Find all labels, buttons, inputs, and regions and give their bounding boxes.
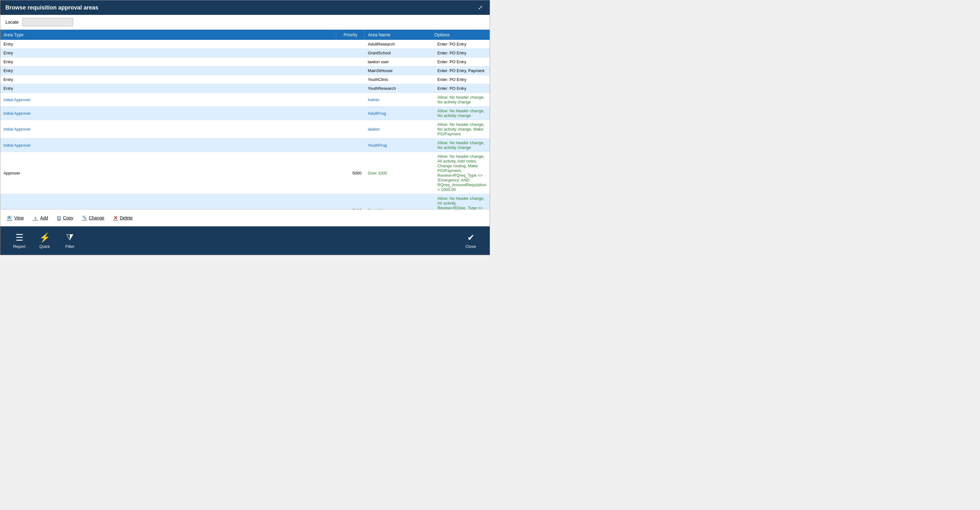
- cell-priority: [336, 40, 365, 49]
- table-row[interactable]: Approver 5100 Fund 001 Allow: No header …: [0, 194, 490, 210]
- table-row[interactable]: Initial Approver YouthProg Allow: No hea…: [0, 138, 490, 152]
- table-row[interactable]: Initial Approver Admin Allow: No header …: [0, 93, 490, 106]
- filter-icon: ⧩: [66, 232, 74, 243]
- col-priority: Priority: [336, 30, 365, 40]
- copy-label: Copy: [63, 215, 73, 220]
- add-label: Add: [40, 215, 48, 220]
- table-header-row: Area Type Priority Area Name Options: [0, 30, 490, 40]
- cell-area-type: Entry: [0, 40, 336, 49]
- cell-area-type: Initial Approver: [0, 120, 336, 138]
- delete-label: Delete: [120, 215, 132, 220]
- cell-area-type: Entry: [0, 49, 336, 57]
- window-title: Browse requisition approval areas: [5, 5, 99, 11]
- add-icon: ＋: [33, 214, 38, 222]
- change-button[interactable]: ✎ Change: [82, 213, 104, 222]
- footer-bar: ☰ Report ⚡ Quick ⧩ Filter ✔ Close: [0, 226, 490, 255]
- locate-label: Locate: [5, 20, 19, 25]
- cell-options: Allow: No header change, All activity, A…: [434, 152, 490, 194]
- col-area-type: Area Type: [0, 30, 336, 40]
- table-row[interactable]: Entry MainStHouse Enter: PO Entry, Payme…: [0, 67, 490, 75]
- col-options: Options: [434, 30, 490, 40]
- delete-button[interactable]: ✕ Delete: [113, 213, 132, 222]
- quick-button[interactable]: ⚡ Quick: [32, 230, 57, 251]
- cell-priority: [336, 57, 365, 67]
- cell-options: Enter: PO Entry: [434, 57, 490, 67]
- table-row[interactable]: Initial Approver lawton Allow: No header…: [0, 120, 490, 138]
- cell-area-type: Initial Approver: [0, 93, 336, 106]
- table-row[interactable]: Approver 5000 Over 1000 Allow: No header…: [0, 152, 490, 194]
- action-bar: 👁 View ＋ Add ⧉ Copy ✎ Change ✕ Delete: [0, 210, 490, 226]
- cell-area-name: Over 1000: [365, 152, 434, 194]
- add-button[interactable]: ＋ Add: [33, 213, 48, 223]
- table-row[interactable]: Entry YouthResearch Enter: PO Entry: [0, 84, 490, 93]
- quick-icon: ⚡: [39, 232, 50, 243]
- cell-priority: [336, 75, 365, 84]
- report-button[interactable]: ☰ Report: [6, 230, 32, 251]
- quick-label: Quick: [39, 244, 50, 249]
- view-button[interactable]: 👁 View: [6, 213, 24, 222]
- close-label: Close: [465, 244, 476, 249]
- filter-label: Filter: [65, 244, 75, 249]
- cell-priority: [336, 106, 365, 120]
- cell-area-name: Admin: [365, 93, 434, 106]
- cell-options: Allow: No header change, No activity cha…: [434, 93, 490, 106]
- cell-options: Allow: No header change, No activity cha…: [434, 106, 490, 120]
- cell-area-type: Entry: [0, 67, 336, 75]
- cell-area-name: YouthProg: [365, 138, 434, 152]
- cell-area-type: Entry: [0, 57, 336, 67]
- cell-priority: [336, 67, 365, 75]
- cell-area-name: AdultProg: [365, 106, 434, 120]
- cell-priority: [336, 93, 365, 106]
- change-icon: ✎: [82, 214, 87, 221]
- data-table-container: Area Type Priority Area Name Options Ent…: [0, 30, 490, 210]
- title-bar: Browse requisition approval areas ⤢: [0, 0, 490, 15]
- cell-priority: [336, 120, 365, 138]
- cell-options: Allow: No header change, All activity, R…: [434, 194, 490, 210]
- cell-area-name: YouthClinic: [365, 75, 434, 84]
- expand-button[interactable]: ⤢: [476, 3, 485, 12]
- cell-area-type: Initial Approver: [0, 106, 336, 120]
- cell-area-name: lawton user: [365, 57, 434, 67]
- view-icon: 👁: [6, 215, 12, 221]
- cell-options: Enter: PO Entry: [434, 75, 490, 84]
- change-label: Change: [89, 215, 104, 220]
- cell-area-name: GrantSchool: [365, 49, 434, 57]
- cell-area-type: Entry: [0, 84, 336, 93]
- col-area-name: Area Name: [365, 30, 434, 40]
- cell-options: Allow: No header change, No activity cha…: [434, 138, 490, 152]
- view-label: View: [14, 215, 24, 220]
- cell-area-name: AdultResearch: [365, 40, 434, 49]
- cell-area-name: Fund 001: [365, 194, 434, 210]
- table-row[interactable]: Entry lawton user Enter: PO Entry: [0, 57, 490, 67]
- cell-priority: 5100: [336, 194, 365, 210]
- cell-area-name: MainStHouse: [365, 67, 434, 75]
- table-row[interactable]: Entry YouthClinic Enter: PO Entry: [0, 75, 490, 84]
- table-row[interactable]: Entry AdultResearch Enter: PO Entry: [0, 40, 490, 49]
- cell-options: Enter: PO Entry, Payment: [434, 67, 490, 75]
- cell-area-name: lawton: [365, 120, 434, 138]
- delete-icon: ✕: [113, 214, 118, 221]
- table-row[interactable]: Entry GrantSchool Enter: PO Entry: [0, 49, 490, 57]
- cell-area-type: Approver: [0, 194, 336, 210]
- filter-button[interactable]: ⧩ Filter: [57, 230, 83, 251]
- table-row[interactable]: Initial Approver AdultProg Allow: No hea…: [0, 106, 490, 120]
- report-icon: ☰: [16, 232, 24, 243]
- close-icon: ✔: [467, 232, 474, 243]
- data-table: Area Type Priority Area Name Options Ent…: [0, 30, 490, 210]
- close-button[interactable]: ✔ Close: [458, 230, 484, 251]
- cell-priority: [336, 49, 365, 57]
- cell-priority: [336, 138, 365, 152]
- cell-options: Enter: PO Entry: [434, 40, 490, 49]
- copy-icon: ⧉: [57, 215, 61, 221]
- cell-priority: 5000: [336, 152, 365, 194]
- window-controls: ⤢: [476, 3, 485, 12]
- copy-button[interactable]: ⧉ Copy: [57, 213, 73, 222]
- cell-priority: [336, 84, 365, 93]
- cell-area-type: Initial Approver: [0, 138, 336, 152]
- cell-options: Enter: PO Entry: [434, 49, 490, 57]
- locate-input[interactable]: [22, 18, 73, 26]
- cell-options: Allow: No header change, No activity cha…: [434, 120, 490, 138]
- main-window: Browse requisition approval areas ⤢ Loca…: [0, 0, 490, 255]
- locate-bar: Locate: [0, 15, 490, 30]
- report-label: Report: [13, 244, 25, 249]
